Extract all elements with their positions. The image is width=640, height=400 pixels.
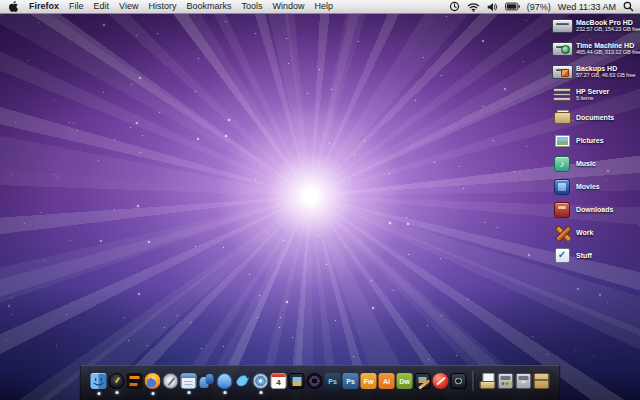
desktop-item-label: Documents: [576, 114, 638, 121]
desktop-item-label: MacBook Pro HD: [576, 19, 638, 26]
desktop-item-label: Backups HD: [576, 65, 638, 72]
desktop-item-label: Music: [576, 160, 638, 167]
desktop-item-label: Work: [576, 229, 638, 236]
text-editor-icon[interactable]: [181, 373, 197, 389]
desktop-item-movies[interactable]: Movies: [550, 175, 638, 198]
photoshop-alt-label: Ps: [343, 373, 359, 389]
apple-menu[interactable]: [6, 1, 24, 12]
desktop-item-sub: 465.44 GB, 313.12 GB free: [576, 49, 638, 55]
gray-drawer-stack-icon[interactable]: [516, 373, 532, 389]
dreamweaver-icon[interactable]: Dw: [397, 373, 413, 389]
desktop-item-sub: 5 items: [576, 95, 638, 101]
server-icon: [550, 88, 574, 101]
desktop-item-hp-server[interactable]: HP Server 5 items: [550, 83, 638, 106]
desktop-item-sub: 57.27 GB, 46.63 GB free: [576, 72, 638, 78]
desktop-item-stuff[interactable]: ✓ Stuff: [550, 244, 638, 267]
blue-figures-app-icon[interactable]: [199, 373, 215, 389]
calendar-icon[interactable]: 4: [271, 373, 287, 389]
desktop-item-documents[interactable]: Documents: [550, 106, 638, 129]
desktop-item-work[interactable]: Work: [550, 221, 638, 244]
dock: 4 Ps Ps Fw Ai Dw: [80, 365, 561, 400]
gray-compass-app-icon[interactable]: [163, 373, 179, 389]
dark-lens-app-icon[interactable]: [451, 373, 467, 389]
red-globe-pen-app-icon[interactable]: [433, 373, 449, 389]
hard-drive-icon: [550, 65, 574, 79]
time-machine-drive-icon: [550, 42, 574, 56]
menu-bookmarks[interactable]: Bookmarks: [181, 0, 236, 13]
time-machine-icon[interactable]: [449, 1, 460, 12]
music-folder-icon: ♪: [550, 156, 574, 172]
desktop-item-time-machine-hd[interactable]: Time Machine HD 465.44 GB, 313.12 GB fre…: [550, 37, 638, 60]
desktop-item-label: Pictures: [576, 137, 638, 144]
stuff-folder-icon: ✓: [550, 248, 574, 263]
twitter-bird-app-icon[interactable]: [235, 373, 251, 389]
desktop-item-backups-hd[interactable]: Backups HD 57.27 GB, 46.63 GB free: [550, 60, 638, 83]
wifi-icon[interactable]: [467, 2, 480, 12]
desktop-item-label: Movies: [576, 183, 638, 190]
menu-firefox[interactable]: Firefox: [24, 0, 64, 13]
box-stack-icon[interactable]: [534, 373, 550, 389]
illustrator-icon[interactable]: Ai: [379, 373, 395, 389]
desktop-item-label: Stuff: [576, 252, 638, 259]
pictures-folder-icon: [550, 135, 574, 147]
menu-bar: Firefox File Edit View History Bookmarks…: [0, 0, 640, 14]
photos-app-icon[interactable]: [289, 373, 305, 389]
menu-edit[interactable]: Edit: [89, 0, 115, 13]
firefox-icon[interactable]: [145, 373, 161, 389]
desktop-item-label: HP Server: [576, 88, 638, 95]
desktop-item-label: Time Machine HD: [576, 42, 638, 49]
downloads-folder-icon: [550, 202, 574, 218]
spotlight-icon[interactable]: [623, 1, 634, 12]
menu-tools[interactable]: Tools: [236, 0, 267, 13]
photoshop-icon[interactable]: Ps: [325, 373, 341, 389]
photoshop-label: Ps: [325, 373, 341, 389]
illustrator-label: Ai: [379, 373, 395, 389]
menubar-clock[interactable]: Wed 11:33 AM: [558, 2, 616, 12]
aperture-icon[interactable]: [307, 373, 323, 389]
desktop-item-label: Downloads: [576, 206, 638, 213]
volume-icon[interactable]: [487, 2, 498, 12]
calendar-day-number: 4: [272, 376, 286, 388]
desktop-item-sub: 232.57 GB, 154.23 GB free: [576, 26, 638, 32]
desktop-item-downloads[interactable]: Downloads: [550, 198, 638, 221]
desktop-item-music[interactable]: ♪ Music: [550, 152, 638, 175]
pencil-photo-app-icon[interactable]: [415, 373, 431, 389]
disc-globe-app-icon[interactable]: [253, 373, 269, 389]
desktop-item-pictures[interactable]: Pictures: [550, 129, 638, 152]
battery-percentage[interactable]: (97%): [527, 2, 551, 12]
menu-view[interactable]: View: [114, 0, 143, 13]
fireworks-label: Fw: [361, 373, 377, 389]
movies-folder-icon: [550, 179, 574, 195]
battery-icon[interactable]: [505, 2, 520, 11]
menu-window[interactable]: Window: [267, 0, 309, 13]
menu-help[interactable]: Help: [309, 0, 338, 13]
menu-history[interactable]: History: [143, 0, 181, 13]
desktop-icon-column: MacBook Pro HD 232.57 GB, 154.23 GB free…: [550, 14, 638, 267]
apple-logo-icon: [9, 1, 18, 12]
photoshop-alt-icon[interactable]: Ps: [343, 373, 359, 389]
chat-bubble-app-icon[interactable]: [217, 373, 233, 389]
documents-stack-icon[interactable]: [480, 373, 496, 389]
desktop-background: [0, 0, 640, 400]
menu-file[interactable]: File: [64, 0, 89, 13]
dreamweaver-label: Dw: [397, 373, 413, 389]
desktop-item-macbook-pro-hd[interactable]: MacBook Pro HD 232.57 GB, 154.23 GB free: [550, 14, 638, 37]
orange-text-app-icon[interactable]: [127, 373, 143, 389]
work-folder-icon: [550, 225, 574, 240]
fireworks-icon[interactable]: Fw: [361, 373, 377, 389]
hard-drive-icon: [550, 19, 574, 33]
gauge-app-icon[interactable]: [109, 373, 125, 389]
dock-separator: [473, 371, 474, 391]
finder-icon[interactable]: [91, 373, 107, 389]
documents-folder-icon: [550, 111, 574, 124]
applications-drawer-stack-icon[interactable]: [498, 373, 514, 389]
